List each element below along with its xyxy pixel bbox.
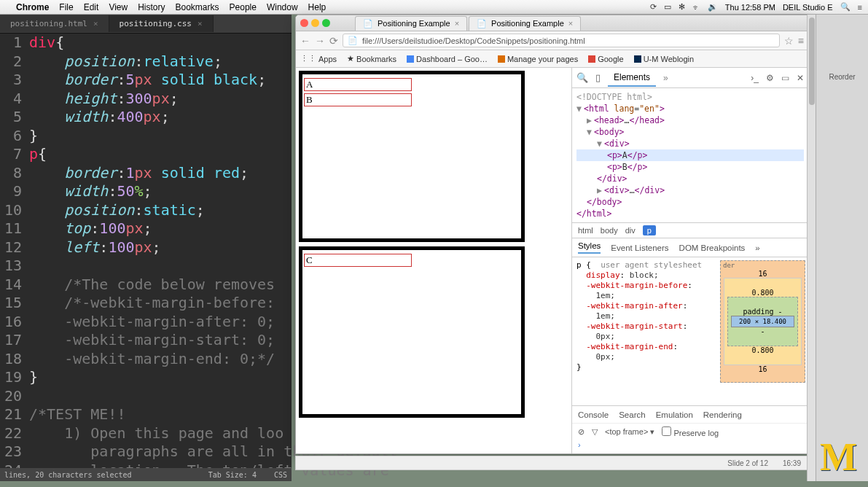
traffic-light-min[interactable] xyxy=(311,19,319,27)
reorder-label[interactable]: Reorder xyxy=(816,15,868,84)
paragraph-a: A xyxy=(304,78,412,91)
editor-tab-html[interactable]: positioning.html× xyxy=(0,15,109,32)
divider-icon: ✻ xyxy=(679,2,685,12)
device-icon[interactable]: ▯ xyxy=(595,72,601,83)
status-tabsize[interactable]: Tab Size: 4 xyxy=(208,471,257,479)
tab-event-listeners[interactable]: Event Listeners xyxy=(611,244,668,252)
slide-counter: Slide 2 of 12 xyxy=(727,459,768,467)
gear-icon[interactable]: ⚙ xyxy=(766,73,774,83)
tab-console[interactable]: Console xyxy=(578,410,609,419)
console-prompt[interactable]: › xyxy=(572,440,808,453)
menu-icon[interactable]: ≡ xyxy=(798,35,804,47)
close-icon[interactable]: × xyxy=(455,19,459,28)
url-bar[interactable]: 📄 file:///Users/deilstudioe/Desktop/Code… xyxy=(343,34,780,47)
app-name[interactable]: Chrome xyxy=(16,2,49,12)
bookmarks-bar: ⋮⋮ Apps ★ Bookmarks Dashboard – Goo… Man… xyxy=(296,50,808,68)
tab-styles[interactable]: Styles xyxy=(578,241,601,254)
tab-elements[interactable]: Elements xyxy=(608,69,656,87)
dom-tree[interactable]: <!DOCTYPE html> ▼<html lang="en"> ▶<head… xyxy=(572,88,808,222)
chrome-window: 📄 Positioning Example × 📄 Positioning Ex… xyxy=(295,15,809,454)
menu-view[interactable]: View xyxy=(109,2,128,12)
browser-toolbar: ← → ⟳ 📄 file:///Users/deilstudioe/Deskto… xyxy=(296,31,808,50)
browser-titlebar: 📄 Positioning Example × 📄 Positioning Ex… xyxy=(296,15,808,31)
preserve-log-checkbox[interactable]: Preserve log xyxy=(662,426,719,437)
filter-icon[interactable]: ▽ xyxy=(592,427,598,437)
bookmark-item[interactable]: U-M Weblogin xyxy=(634,55,695,63)
forward-icon[interactable]: → xyxy=(315,35,325,47)
right-sidebar: Reorder xyxy=(816,15,868,481)
traffic-light-close[interactable] xyxy=(300,19,308,27)
styles-tabs: Styles Event Listeners DOM Breakpoints » xyxy=(572,238,808,257)
spotlight-icon[interactable]: 🔍 xyxy=(840,2,851,12)
console-drawer-tabs: Console Search Emulation Rendering xyxy=(572,405,808,423)
tab-emulation[interactable]: Emulation xyxy=(656,410,693,419)
browser-tab[interactable]: 📄 Positioning Example × xyxy=(469,16,581,31)
box-content: 200 × 18.400 xyxy=(731,316,794,327)
devtools-tabs: 🔍 ▯ Elements » ›_ ⚙ ▭ ✕ xyxy=(572,68,808,88)
css-rules[interactable]: p { user agent stylesheet display: block… xyxy=(572,257,717,405)
mac-menubar: Chrome File Edit View History Bookmarks … xyxy=(0,0,868,15)
star-icon[interactable]: ☆ xyxy=(784,35,794,47)
back-icon[interactable]: ← xyxy=(300,35,310,47)
status-icon: ⟳ xyxy=(650,2,657,12)
inspect-icon[interactable]: 🔍 xyxy=(576,72,588,83)
bookmark-item[interactable]: Dashboard – Goo… xyxy=(407,55,488,63)
close-icon[interactable]: × xyxy=(198,19,203,28)
scrollbar[interactable] xyxy=(807,15,816,481)
editor-tab-bar: positioning.html× positioning.css× xyxy=(0,15,292,34)
editor-tab-css[interactable]: positioning.css× xyxy=(109,15,214,32)
styles-pane: p { user agent stylesheet display: block… xyxy=(572,257,808,405)
box-model: 16 der 0.800 padding - 200 × 18.400 - 0.… xyxy=(717,257,808,405)
wifi-icon: ᯤ xyxy=(692,3,700,12)
console-icon[interactable]: ›_ xyxy=(751,73,759,83)
url-text: file:///Users/deilstudioe/Desktop/CodeSn… xyxy=(362,36,585,45)
tab-dom-breakpoints[interactable]: DOM Breakpoints xyxy=(679,244,746,252)
display-icon: ▭ xyxy=(664,2,671,12)
close-icon[interactable]: × xyxy=(568,19,573,28)
tab-rendering[interactable]: Rendering xyxy=(703,410,742,419)
michigan-logo: M xyxy=(820,435,855,480)
menu-file[interactable]: File xyxy=(59,2,73,12)
chevron-icon[interactable]: » xyxy=(663,73,668,83)
menu-history[interactable]: History xyxy=(138,2,165,12)
file-icon: 📄 xyxy=(348,36,358,45)
volume-icon: 🔉 xyxy=(708,2,718,12)
bookmark-item[interactable]: Google xyxy=(588,55,623,63)
devtools-panel: 🔍 ▯ Elements » ›_ ⚙ ▭ ✕ <!DOCTYPE html> … xyxy=(571,68,808,453)
slide-status-bar: Slide 2 of 12 16:39 xyxy=(295,456,809,470)
bookmark-folder[interactable]: ★ Bookmarks xyxy=(347,54,396,63)
menu-bookmarks[interactable]: Bookmarks xyxy=(176,2,219,12)
demo-box-2: C xyxy=(299,246,525,418)
frame-select[interactable]: <top frame> ▾ xyxy=(605,427,654,437)
menu-window[interactable]: Window xyxy=(267,2,298,12)
clock: Thu 12:58 PM xyxy=(725,3,775,12)
user-label: DEIL Studio E xyxy=(783,3,833,12)
paragraph-b: B xyxy=(304,93,412,106)
code-area[interactable]: div{ position:relative; border:5px solid… xyxy=(29,34,292,480)
clear-icon[interactable]: ⊘ xyxy=(578,427,584,437)
paragraph-c: C xyxy=(304,254,412,267)
chevron-icon[interactable]: » xyxy=(755,244,759,252)
code-editor-window: positioning.html× positioning.css× 1 2 3… xyxy=(0,15,292,481)
traffic-light-max[interactable] xyxy=(322,19,330,27)
reload-icon[interactable]: ⟳ xyxy=(329,35,338,47)
slide-time: 16:39 xyxy=(783,459,801,467)
menu-icon[interactable]: ≡ xyxy=(858,3,862,12)
browser-tab[interactable]: 📄 Positioning Example × xyxy=(355,16,467,31)
close-icon[interactable]: ✕ xyxy=(797,73,804,83)
close-icon[interactable]: × xyxy=(93,19,98,28)
status-selection: lines, 20 characters selected xyxy=(4,471,132,479)
page-viewport: A B C xyxy=(296,68,573,453)
menu-help[interactable]: Help xyxy=(308,2,327,12)
menu-edit[interactable]: Edit xyxy=(84,2,99,12)
console-toolbar: ⊘ ▽ <top frame> ▾ Preserve log xyxy=(572,423,808,440)
editor-status-bar: lines, 20 characters selected Tab Size: … xyxy=(0,468,292,481)
dock-icon[interactable]: ▭ xyxy=(781,73,789,83)
menu-people[interactable]: People xyxy=(230,2,257,12)
tab-search[interactable]: Search xyxy=(619,410,645,419)
bookmark-item[interactable]: Manage your pages xyxy=(498,55,578,63)
dom-breadcrumb[interactable]: html body div p xyxy=(572,222,808,238)
demo-box-1: A B xyxy=(299,71,525,242)
bookmark-apps[interactable]: ⋮⋮ Apps xyxy=(300,54,337,63)
status-lang[interactable]: CSS xyxy=(274,471,287,479)
